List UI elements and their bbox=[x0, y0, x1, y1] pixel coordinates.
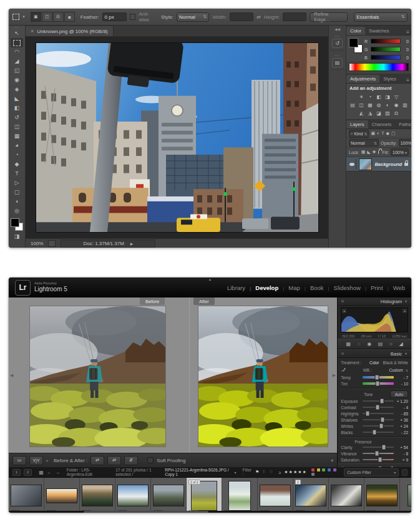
none-label-chip[interactable] bbox=[311, 473, 315, 476]
exposure-slider[interactable]: Exposure + 1.20 bbox=[341, 398, 408, 404]
filmstrip-thumbnail-selected[interactable]: 2 of 2 bbox=[187, 478, 222, 513]
anti-alias-checkbox[interactable] bbox=[130, 14, 135, 20]
visibility-eye-icon[interactable] bbox=[348, 159, 356, 169]
zoom-tool[interactable]: ◎ bbox=[11, 206, 23, 216]
shadows-slider[interactable]: Shadows + 36 bbox=[341, 417, 408, 423]
tool-preset-icon[interactable] bbox=[12, 14, 19, 20]
adjustment-icon[interactable]: ◔ bbox=[366, 94, 374, 100]
eraser-tool[interactable]: ◫ bbox=[11, 122, 23, 132]
tab-color[interactable]: Color bbox=[346, 27, 365, 35]
rectangular-marquee-tool[interactable] bbox=[11, 38, 23, 47]
tab-channels[interactable]: Channels bbox=[368, 120, 396, 128]
zoom-level[interactable]: 100% bbox=[31, 241, 43, 246]
flag-reject-icon[interactable]: ⚐ bbox=[269, 470, 273, 475]
green-channel-slider[interactable]: G 0 bbox=[364, 47, 409, 52]
module-library[interactable]: Library bbox=[227, 284, 245, 291]
red-eye-icon[interactable]: ◉ bbox=[367, 341, 371, 347]
basic-header[interactable]: Basic ▼ bbox=[338, 349, 411, 358]
blacks-slider[interactable]: Blacks - 22 bbox=[341, 429, 408, 435]
blur-tool[interactable]: ◕ bbox=[11, 141, 23, 150]
second-window-button[interactable]: 2 bbox=[24, 469, 32, 476]
fill-value[interactable]: 100% ▾ bbox=[391, 148, 409, 156]
treatment-color-option[interactable]: Color bbox=[369, 360, 379, 365]
highlight-clipping-icon[interactable]: ▲ bbox=[403, 309, 407, 313]
copy-before-to-after-button[interactable]: ⇄ bbox=[90, 456, 104, 465]
forward-arrow-icon[interactable]: → bbox=[55, 470, 60, 475]
soft-proofing-checkbox[interactable] bbox=[147, 457, 154, 463]
lasso-tool[interactable]: ◠ bbox=[11, 47, 23, 57]
loupe-view-icon[interactable]: ▭ bbox=[12, 456, 26, 465]
filmstrip-thumbnail[interactable] bbox=[151, 478, 187, 513]
main-window-button[interactable]: 1 bbox=[12, 469, 21, 476]
highlights-slider[interactable]: Highlights - 85 bbox=[341, 410, 408, 417]
layer-filter-icon[interactable]: ▣ bbox=[371, 131, 375, 136]
tab-swatches[interactable]: Swatches bbox=[365, 27, 393, 35]
color-swatch-control[interactable] bbox=[11, 218, 23, 231]
before-after-view-icon[interactable]: Y|Y bbox=[29, 456, 43, 465]
green-label-chip[interactable] bbox=[322, 468, 325, 471]
opacity-value[interactable]: 100% ▾ bbox=[399, 139, 411, 147]
adjustment-icon[interactable]: ◧ bbox=[375, 94, 383, 100]
histogram-header[interactable]: Histogram ▼ bbox=[338, 297, 411, 306]
before-image[interactable] bbox=[30, 306, 165, 447]
layer-row-background[interactable]: Background bbox=[346, 157, 411, 172]
type-tool[interactable]: T bbox=[11, 169, 23, 178]
filmstrip-thumbnail[interactable] bbox=[364, 478, 400, 513]
filmstrip-thumbnail[interactable] bbox=[115, 478, 151, 513]
refine-edge-button[interactable]: Refine Edge... bbox=[310, 12, 348, 22]
foreground-color-swatch[interactable] bbox=[11, 218, 19, 227]
layer-filter-icon[interactable]: T bbox=[381, 131, 384, 136]
history-panel-icon[interactable]: ↺ bbox=[332, 39, 343, 48]
eyedropper-tool[interactable]: ◉ bbox=[11, 75, 23, 85]
layer-filter-kind-select[interactable]: ⌕ Kind ⇅ bbox=[349, 130, 369, 138]
quick-selection-tool[interactable]: ◢ bbox=[11, 57, 23, 66]
adjustment-icon[interactable]: ◭ bbox=[358, 110, 365, 117]
adjustment-icon[interactable]: ▤ bbox=[349, 102, 356, 109]
filmstrip-thumbnail[interactable] bbox=[9, 478, 44, 513]
yellow-label-chip[interactable] bbox=[317, 468, 320, 471]
saturation-slider[interactable]: Saturation + 9 bbox=[341, 457, 408, 463]
tab-paths[interactable]: Paths bbox=[395, 120, 411, 128]
path-selection-tool[interactable]: ▷ bbox=[11, 178, 23, 188]
dodge-tool[interactable]: ◔ bbox=[11, 150, 23, 160]
tone-curve-header[interactable]: Tone Curve ◀ bbox=[338, 463, 411, 467]
layer-filter-icon[interactable]: ◆ bbox=[386, 131, 389, 136]
whites-slider[interactable]: Whites + 24 bbox=[341, 423, 408, 429]
adjustment-icon[interactable]: ◨ bbox=[384, 94, 391, 100]
wb-value-select[interactable]: Custom bbox=[389, 368, 403, 372]
layer-filter-icon[interactable]: ▢ bbox=[391, 131, 396, 136]
crop-overlay-icon[interactable]: ▦ bbox=[346, 341, 351, 347]
flag-unflagged-icon[interactable]: ⚐ bbox=[262, 470, 266, 475]
close-icon[interactable]: × bbox=[31, 28, 34, 34]
filmstrip-thumbnail[interactable] bbox=[80, 478, 115, 513]
adjustment-icon[interactable]: ◐ bbox=[384, 102, 391, 109]
red-channel-slider[interactable]: R 0 bbox=[364, 39, 409, 44]
workspace-select[interactable]: Essentials ⇅ bbox=[354, 12, 408, 22]
contrast-slider[interactable]: Contrast - 4 bbox=[341, 404, 408, 410]
treatment-bw-option[interactable]: Black & White bbox=[383, 360, 408, 365]
blend-mode-select[interactable]: Normal ⇅ bbox=[349, 139, 379, 147]
grid-view-icon[interactable]: ▦ bbox=[39, 470, 44, 475]
panel-menu-icon[interactable]: ≡ bbox=[406, 77, 411, 83]
module-web[interactable]: Web bbox=[383, 284, 405, 291]
subtract-selection-button[interactable]: ⊟ bbox=[53, 12, 64, 22]
shadow-clipping-icon[interactable]: ▲ bbox=[342, 309, 346, 313]
red-label-chip[interactable] bbox=[311, 468, 315, 471]
adjustment-icon[interactable]: ▨ bbox=[384, 110, 391, 117]
spot-removal-icon[interactable]: ◌ bbox=[358, 341, 361, 347]
white-balance-eyedropper-icon[interactable] bbox=[341, 368, 346, 373]
left-panel-toggle-icon[interactable]: ◀ bbox=[10, 373, 13, 378]
view-mode-dropdown-icon[interactable]: ▾ bbox=[46, 458, 48, 463]
graduated-filter-icon[interactable]: ▤ bbox=[378, 341, 383, 347]
radial-filter-icon[interactable]: ○ bbox=[389, 341, 393, 347]
doc-size-readout[interactable]: Doc: 1.37M/1.37M ▶ bbox=[61, 239, 155, 248]
tint-slider[interactable]: Tint - 10 bbox=[341, 380, 408, 387]
healing-brush-tool[interactable]: ◈ bbox=[11, 85, 23, 94]
module-develop[interactable]: Develop bbox=[245, 284, 278, 291]
tab-styles[interactable]: Styles bbox=[379, 75, 399, 83]
style-select[interactable]: Normal ⇅ bbox=[177, 12, 209, 22]
gradient-tool[interactable]: ▦ bbox=[11, 132, 23, 141]
purple-label-chip[interactable] bbox=[333, 468, 336, 471]
filter-switch-icon[interactable] bbox=[402, 469, 408, 476]
filmstrip-source-dropdown-icon[interactable]: ▾ bbox=[235, 470, 237, 475]
